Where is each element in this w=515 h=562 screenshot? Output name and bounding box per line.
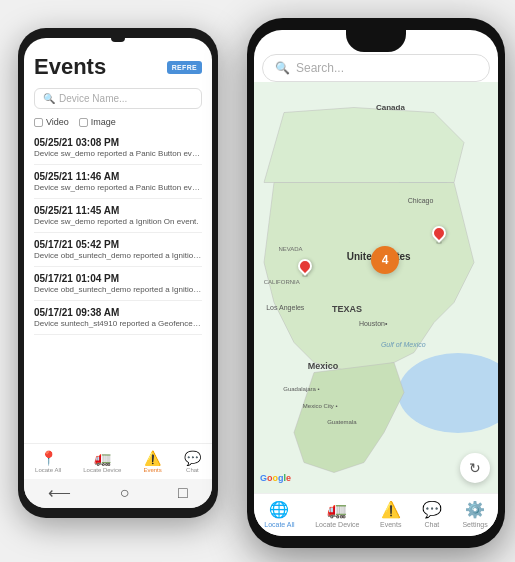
left-bottom-nav: 📍 Locate All 🚛 Locate Device ⚠️ Events 💬… bbox=[24, 443, 212, 479]
events-icon: ⚠️ bbox=[381, 500, 401, 519]
guatemala-label: Guatemala bbox=[327, 419, 356, 425]
list-item[interactable]: 05/25/21 11:46 AM Device sw_demo reporte… bbox=[34, 165, 202, 199]
event-date: 05/25/21 11:45 AM bbox=[34, 205, 202, 216]
nav-label-locate-device: Locate Device bbox=[315, 521, 359, 528]
nav-item-chat[interactable]: 💬 Chat bbox=[184, 450, 201, 473]
right-phone-screen: 🔍 Search... Canada bbox=[254, 30, 498, 536]
left-page-title: Events bbox=[34, 54, 106, 80]
texas-label: TEXAS bbox=[332, 304, 362, 314]
right-notch bbox=[346, 30, 406, 52]
refresh-icon: ↻ bbox=[469, 460, 481, 476]
search-text: Search... bbox=[296, 61, 344, 75]
event-date: 05/17/21 01:04 PM bbox=[34, 273, 202, 284]
nav-item-events[interactable]: ⚠️ Events bbox=[380, 500, 401, 528]
right-phone: 🔍 Search... Canada bbox=[247, 18, 505, 548]
map-pin-2[interactable] bbox=[432, 226, 446, 244]
left-phone-screen: Events REFRE 🔍 Device Name... Video Imag… bbox=[24, 38, 212, 508]
image-label: Image bbox=[91, 117, 116, 127]
nav-label-events: Events bbox=[380, 521, 401, 528]
android-recents-icon[interactable]: □ bbox=[178, 484, 188, 502]
list-item[interactable]: 05/17/21 09:38 AM Device suntech_st4910 … bbox=[34, 301, 202, 335]
event-description: Device suntech_st4910 reported a Geofenc… bbox=[34, 319, 202, 328]
locate-all-icon: 📍 bbox=[40, 450, 57, 466]
nav-label-locate-device: Locate Device bbox=[83, 467, 121, 473]
pin-head bbox=[295, 256, 315, 276]
left-search-bar[interactable]: 🔍 Device Name... bbox=[34, 88, 202, 109]
nav-item-locate-all[interactable]: 📍 Locate All bbox=[35, 450, 61, 473]
nav-label-chat: Chat bbox=[425, 521, 440, 528]
guadalajara-label: Guadalajara • bbox=[283, 386, 319, 392]
nav-label-chat: Chat bbox=[186, 467, 199, 473]
nav-item-chat[interactable]: 💬 Chat bbox=[422, 500, 442, 528]
chat-icon: 💬 bbox=[184, 450, 201, 466]
event-date: 05/25/21 03:08 PM bbox=[34, 137, 202, 148]
image-filter[interactable]: Image bbox=[79, 117, 116, 127]
search-placeholder: Device Name... bbox=[59, 93, 127, 104]
locate-all-icon: 🌐 bbox=[269, 500, 289, 519]
nav-label-locate-all: Locate All bbox=[264, 521, 294, 528]
list-item[interactable]: 05/25/21 11:45 AM Device sw_demo reporte… bbox=[34, 199, 202, 233]
nevada-label: NEVADA bbox=[278, 246, 302, 252]
chat-icon: 💬 bbox=[422, 500, 442, 519]
event-description: Device sw_demo reported a Panic Button e… bbox=[34, 149, 202, 158]
settings-icon: ⚙️ bbox=[465, 500, 485, 519]
right-bottom-nav: 🌐 Locate All 🚛 Locate Device ⚠️ Events 💬… bbox=[254, 493, 498, 536]
locate-device-icon: 🚛 bbox=[94, 450, 111, 466]
right-search-bar[interactable]: 🔍 Search... bbox=[262, 54, 490, 82]
event-description: Device obd_suntech_demo reported a Ignit… bbox=[34, 285, 202, 294]
nav-item-settings[interactable]: ⚙️ Settings bbox=[462, 500, 487, 528]
list-item[interactable]: 05/17/21 01:04 PM Device obd_suntech_dem… bbox=[34, 267, 202, 301]
map-pin-1[interactable] bbox=[298, 259, 312, 277]
gulf-label: Gulf of Mexico bbox=[381, 341, 426, 348]
locate-device-icon: 🚛 bbox=[327, 500, 347, 519]
chicago-label: Chicago bbox=[408, 197, 434, 204]
mexico-label: Mexico bbox=[308, 361, 339, 371]
event-date: 05/25/21 11:46 AM bbox=[34, 171, 202, 182]
map-background bbox=[254, 82, 498, 493]
event-date: 05/17/21 09:38 AM bbox=[34, 307, 202, 318]
events-icon: ⚠️ bbox=[144, 450, 161, 466]
nav-label-settings: Settings bbox=[462, 521, 487, 528]
map-refresh-button[interactable]: ↻ bbox=[460, 453, 490, 483]
video-filter[interactable]: Video bbox=[34, 117, 69, 127]
filters-row: Video Image bbox=[24, 113, 212, 131]
map-view[interactable]: Canada United States TEXAS Mexico Chicag… bbox=[254, 82, 498, 493]
left-notch bbox=[111, 38, 125, 42]
nav-item-locate-all[interactable]: 🌐 Locate All bbox=[264, 500, 294, 528]
android-back-icon[interactable]: ⟵ bbox=[48, 483, 71, 502]
event-description: Device obd_suntech_demo reported a Ignit… bbox=[34, 251, 202, 260]
pin-head bbox=[429, 223, 449, 243]
search-icon: 🔍 bbox=[43, 93, 55, 104]
list-item[interactable]: 05/25/21 03:08 PM Device sw_demo reporte… bbox=[34, 131, 202, 165]
california-label: CALIFORNIA bbox=[264, 279, 300, 285]
houston-label: Houston• bbox=[359, 320, 388, 327]
event-description: Device sw_demo reported a Ignition On ev… bbox=[34, 217, 202, 226]
nav-item-locate-device[interactable]: 🚛 Locate Device bbox=[83, 450, 121, 473]
nav-label-events: Events bbox=[143, 467, 161, 473]
mexico-city-label: Mexico City • bbox=[303, 403, 338, 409]
google-logo: Google bbox=[260, 473, 291, 483]
canada-label: Canada bbox=[376, 103, 405, 112]
nav-item-events[interactable]: ⚠️ Events bbox=[143, 450, 161, 473]
video-checkbox[interactable] bbox=[34, 118, 43, 127]
event-date: 05/17/21 05:42 PM bbox=[34, 239, 202, 250]
left-phone: Events REFRE 🔍 Device Name... Video Imag… bbox=[18, 28, 218, 518]
left-header: Events REFRE bbox=[24, 38, 212, 84]
search-icon: 🔍 bbox=[275, 61, 290, 75]
list-item[interactable]: 05/17/21 05:42 PM Device obd_suntech_dem… bbox=[34, 233, 202, 267]
video-label: Video bbox=[46, 117, 69, 127]
cluster-count: 4 bbox=[382, 253, 389, 267]
refresh-button[interactable]: REFRE bbox=[167, 61, 202, 74]
events-list: 05/25/21 03:08 PM Device sw_demo reporte… bbox=[24, 131, 212, 443]
image-checkbox[interactable] bbox=[79, 118, 88, 127]
nav-item-locate-device[interactable]: 🚛 Locate Device bbox=[315, 500, 359, 528]
android-home-icon[interactable]: ○ bbox=[120, 484, 130, 502]
nav-label-locate-all: Locate All bbox=[35, 467, 61, 473]
los-angeles-label: Los Angeles bbox=[266, 304, 304, 311]
android-nav-bar: ⟵ ○ □ bbox=[24, 479, 212, 508]
map-svg bbox=[254, 82, 498, 493]
event-description: Device sw_demo reported a Panic Button e… bbox=[34, 183, 202, 192]
